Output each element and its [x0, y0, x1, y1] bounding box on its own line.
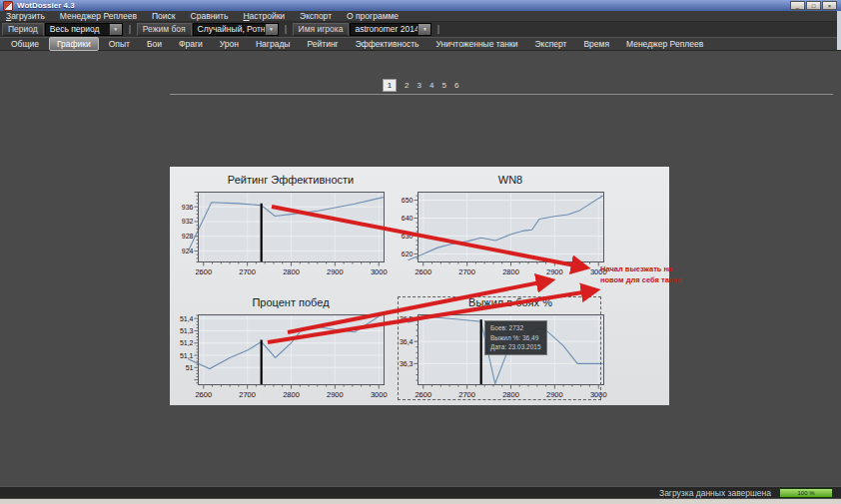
- menu-item[interactable]: О программе: [347, 11, 399, 21]
- svg-text:924: 924: [182, 248, 194, 254]
- svg-text:51: 51: [186, 364, 194, 371]
- menu-item[interactable]: Загрузить: [6, 11, 45, 21]
- player-name-combo[interactable]: astronomer 2014 ▼: [350, 23, 431, 36]
- period-value: Весь период: [46, 24, 109, 35]
- tab-item[interactable]: Общие: [4, 38, 46, 50]
- svg-text:2900: 2900: [327, 390, 344, 399]
- tab-item[interactable]: Эффективность: [349, 38, 426, 50]
- menu-item[interactable]: Настройки: [243, 11, 285, 21]
- minimize-button[interactable]: _: [790, 1, 805, 10]
- charts-panel: Рейтинг Эффективности2600270028002900300…: [170, 167, 669, 405]
- svg-text:2800: 2800: [502, 267, 519, 276]
- annotation-line-2: новом для себя танке: [600, 274, 696, 285]
- svg-text:51,2: 51,2: [180, 339, 194, 346]
- period-combo[interactable]: Весь период ▼: [45, 23, 123, 36]
- svg-text:2700: 2700: [239, 267, 256, 276]
- pagination: 123456: [0, 79, 841, 92]
- progress-bar: 100 %: [779, 488, 833, 498]
- svg-text:3000: 3000: [371, 267, 388, 276]
- tab-item[interactable]: Урон: [213, 38, 246, 50]
- svg-text:51,4: 51,4: [180, 315, 194, 322]
- tab-item[interactable]: Уничтоженные танки: [428, 38, 524, 50]
- page-button[interactable]: 3: [418, 81, 421, 90]
- toolbar: Период Весь период ▼ Режим боя Случайный…: [0, 22, 841, 37]
- svg-text:2900: 2900: [546, 267, 563, 276]
- svg-text:2800: 2800: [283, 267, 300, 276]
- toolbar-separator: [437, 25, 439, 34]
- pagination-divider: [170, 94, 833, 95]
- battle-mode-value: Случайный, Ротный: [194, 24, 265, 35]
- tab-item[interactable]: Фраги: [172, 38, 210, 50]
- svg-text:630: 630: [402, 233, 414, 240]
- svg-text:620: 620: [402, 251, 414, 257]
- menu-item[interactable]: Менеджер Реплеев: [60, 11, 137, 21]
- chart-2[interactable]: Процент побед260027002800290030005151,15…: [170, 293, 410, 405]
- svg-text:640: 640: [402, 215, 414, 222]
- tooltip-row: Дата: 23.03.2015: [490, 342, 541, 352]
- player-name-label: Имя игрока: [293, 23, 350, 36]
- tooltip-row: Боев: 2732: [490, 323, 541, 333]
- svg-text:2600: 2600: [195, 267, 212, 276]
- battle-mode-combo[interactable]: Случайный, Ротный ▼: [193, 23, 279, 36]
- svg-text:2600: 2600: [195, 390, 212, 399]
- tooltip-row: Выжил %: 36,49: [490, 333, 541, 343]
- tab-active[interactable]: Графики: [49, 37, 99, 51]
- tab-item[interactable]: Бои: [140, 38, 169, 50]
- status-message: Загрузка данных завершена: [659, 488, 771, 498]
- period-label: Период: [2, 23, 44, 36]
- page-button[interactable]: 2: [405, 81, 409, 90]
- chart-tooltip: Боев: 2732Выжил %: 36,49Дата: 23.03.2015: [484, 320, 547, 355]
- titlebar: WotDossier 4.3 _ □ ×: [0, 0, 841, 11]
- app-window: WotDossier 4.3 _ □ × ЗагрузитьМенеджер Р…: [0, 0, 841, 504]
- status-bar: Загрузка данных завершена 100 %: [0, 486, 841, 498]
- svg-text:650: 650: [402, 197, 414, 204]
- tab-item[interactable]: Время: [576, 38, 616, 50]
- battle-mode-dropdown-icon[interactable]: ▼: [265, 24, 278, 35]
- period-dropdown-icon[interactable]: ▼: [109, 24, 122, 35]
- svg-text:51,1: 51,1: [180, 352, 194, 359]
- tab-bar: ОбщиеГрафикиОпытБоиФрагиУронНаградыРейти…: [0, 37, 841, 51]
- svg-text:2700: 2700: [458, 267, 475, 276]
- chart-0[interactable]: Рейтинг Эффективности2600270028002900300…: [170, 171, 410, 282]
- svg-text:2700: 2700: [239, 390, 256, 399]
- bottom-strip: [0, 499, 841, 504]
- svg-text:2900: 2900: [327, 267, 344, 276]
- close-button[interactable]: ×: [822, 1, 837, 10]
- svg-text:932: 932: [182, 218, 194, 225]
- svg-text:51,3: 51,3: [180, 327, 194, 334]
- tab-item[interactable]: Опыт: [102, 38, 137, 50]
- player-dropdown-icon[interactable]: ▼: [418, 24, 430, 35]
- maximize-button[interactable]: □: [806, 1, 821, 10]
- chart-title: WN8: [418, 171, 603, 188]
- tab-item[interactable]: Рейтинг: [300, 38, 345, 50]
- progress-value: 100 %: [780, 489, 832, 497]
- page-button[interactable]: 4: [429, 81, 433, 90]
- menu-item[interactable]: Экспорт: [300, 11, 332, 21]
- toolbar-separator: [285, 25, 287, 34]
- window-title: WotDossier 4.3: [17, 1, 75, 10]
- app-icon: [3, 1, 13, 11]
- annotation-line-1: Начал выезжать на: [600, 263, 696, 274]
- svg-text:2600: 2600: [415, 267, 431, 276]
- tab-item[interactable]: Менеджер Реплеев: [619, 38, 710, 50]
- page-button[interactable]: 6: [454, 81, 458, 90]
- svg-text:928: 928: [182, 233, 194, 240]
- window-controls: _ □ ×: [790, 1, 837, 10]
- svg-text:936: 936: [182, 204, 194, 211]
- battle-mode-label: Режим боя: [137, 23, 192, 36]
- player-name-value: astronomer 2014: [351, 24, 418, 35]
- tab-item[interactable]: Награды: [249, 38, 298, 50]
- menu-item[interactable]: Поиск: [152, 11, 176, 21]
- chart-title: Рейтинг Эффективности: [198, 171, 384, 188]
- page-button[interactable]: 5: [441, 81, 445, 90]
- window-edge: [837, 11, 841, 50]
- svg-text:3000: 3000: [371, 390, 388, 399]
- svg-text:2800: 2800: [283, 390, 300, 399]
- tab-item[interactable]: Эксперт: [528, 38, 574, 50]
- chart-title: Процент побед: [198, 293, 384, 310]
- page-button[interactable]: 1: [383, 79, 397, 92]
- annotation-text: Начал выезжать на новом для себя танке: [600, 263, 696, 285]
- menu-item[interactable]: Сравнить: [191, 11, 229, 21]
- toolbar-separator: [129, 25, 131, 34]
- chart-1[interactable]: WN826002700280029003000620630640650: [390, 171, 629, 282]
